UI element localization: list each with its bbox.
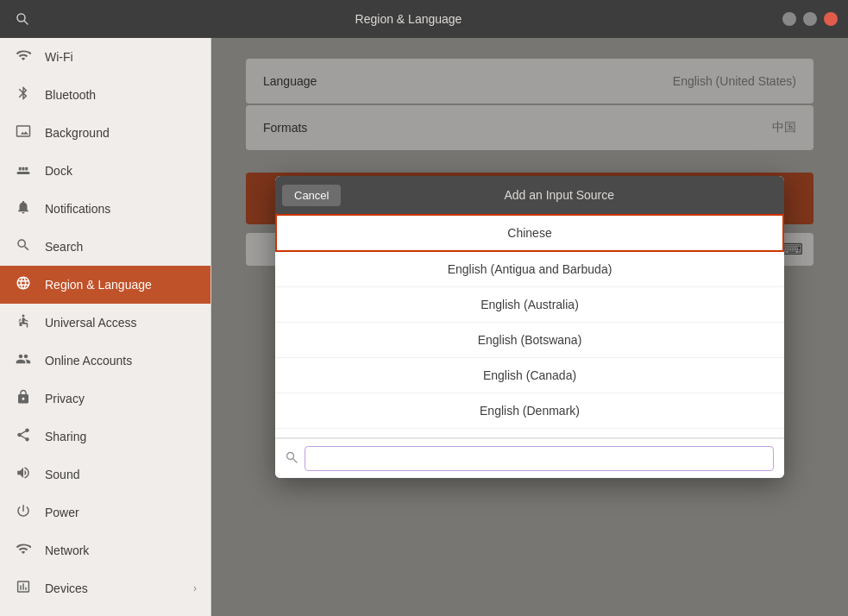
sidebar-item-online-accounts[interactable]: Online Accounts: [0, 342, 210, 380]
privacy-icon: [14, 389, 33, 409]
modal-list-item-chinese[interactable]: Chinese: [275, 214, 784, 252]
sidebar-item-wifi[interactable]: Wi-Fi: [0, 38, 210, 76]
titlebar: Region & Language: [0, 0, 848, 38]
region-language-icon: [14, 275, 33, 295]
sidebar-item-privacy[interactable]: Privacy: [0, 380, 210, 418]
modal-search-icon: [286, 451, 298, 466]
sidebar: Wi-FiBluetoothBackgroundDockNotification…: [0, 38, 211, 616]
modal-list-item-english-antigua[interactable]: English (Antigua and Barbuda): [275, 252, 784, 287]
notifications-icon: [14, 199, 33, 219]
sidebar-item-dock[interactable]: Dock: [0, 152, 210, 190]
power-icon: [14, 503, 33, 523]
window-controls: [782, 12, 838, 26]
sidebar-item-universal-access[interactable]: Universal Access: [0, 304, 210, 342]
sidebar-label-dock: Dock: [45, 164, 197, 178]
sidebar-item-background[interactable]: Background: [0, 114, 210, 152]
modal-list-item-english-denmark[interactable]: English (Denmark): [275, 393, 784, 429]
svg-rect-3: [19, 167, 22, 170]
sidebar-label-background: Background: [45, 126, 197, 140]
svg-line-8: [293, 459, 298, 463]
dock-icon: [14, 161, 33, 181]
devices-icon: [14, 579, 33, 599]
window-title: Region & Language: [35, 12, 782, 26]
modal-title: Add an Input Source: [341, 188, 777, 202]
sidebar-item-power[interactable]: Power: [0, 493, 210, 531]
wifi-icon: [14, 47, 33, 67]
modal-cancel-button[interactable]: Cancel: [282, 185, 341, 206]
modal-list-item-english-canada[interactable]: English (Canada): [275, 358, 784, 393]
close-button[interactable]: [824, 12, 838, 26]
modal-list[interactable]: ChineseEnglish (Antigua and Barbuda)Engl…: [275, 214, 784, 438]
sidebar-label-wifi: Wi-Fi: [45, 50, 197, 64]
sound-icon: [14, 465, 33, 485]
sidebar-label-notifications: Notifications: [45, 202, 197, 216]
svg-rect-5: [25, 167, 28, 170]
online-accounts-icon: [14, 351, 33, 371]
main-content: Language English (United States) Formats…: [211, 38, 848, 616]
sidebar-label-sharing: Sharing: [45, 430, 197, 443]
sidebar-item-search[interactable]: Search: [0, 228, 210, 266]
svg-line-1: [24, 21, 28, 24]
sidebar-label-region-language: Region & Language: [45, 278, 197, 292]
universal-access-icon: [14, 313, 33, 333]
sidebar-label-privacy: Privacy: [45, 392, 197, 405]
modal-list-item-english-australia[interactable]: English (Australia): [275, 287, 784, 323]
modal-header: Cancel Add an Input Source: [275, 176, 784, 214]
minimize-button[interactable]: [782, 12, 796, 26]
sidebar-label-online-accounts: Online Accounts: [45, 354, 197, 368]
modal-list-item-english-hong-kong[interactable]: English (Hong Kong): [275, 429, 784, 438]
sidebar-label-network: Network: [45, 544, 197, 557]
svg-point-6: [22, 314, 25, 317]
sidebar-item-network[interactable]: Network: [0, 531, 210, 569]
modal-search-bar: [275, 438, 784, 478]
sharing-icon: [14, 427, 33, 447]
sidebar-label-bluetooth: Bluetooth: [45, 88, 197, 102]
sidebar-item-notifications[interactable]: Notifications: [0, 190, 210, 228]
sidebar-item-sharing[interactable]: Sharing: [0, 418, 210, 456]
maximize-button[interactable]: [803, 12, 817, 26]
modal-search-input[interactable]: [305, 446, 774, 471]
sidebar-label-devices: Devices: [45, 581, 181, 595]
sidebar-item-sound[interactable]: Sound: [0, 456, 210, 493]
sidebar-item-details[interactable]: Details›: [0, 607, 210, 616]
svg-rect-4: [22, 167, 25, 170]
search-icon: [14, 237, 33, 257]
sidebar-label-search: Search: [45, 240, 197, 254]
devices-arrow-icon: ›: [193, 582, 197, 594]
sidebar-item-bluetooth[interactable]: Bluetooth: [0, 76, 210, 114]
modal-overlay: Cancel Add an Input Source ChineseEnglis…: [211, 38, 848, 616]
search-icon[interactable]: [10, 7, 35, 31]
sidebar-label-sound: Sound: [45, 468, 197, 481]
sidebar-label-universal-access: Universal Access: [45, 316, 197, 330]
svg-rect-2: [17, 172, 30, 174]
network-icon: [14, 541, 33, 561]
modal-list-item-english-botswana[interactable]: English (Botswana): [275, 323, 784, 358]
app-body: Wi-FiBluetoothBackgroundDockNotification…: [0, 38, 848, 616]
background-icon: [14, 123, 33, 143]
sidebar-label-power: Power: [45, 506, 197, 519]
modal-dialog: Cancel Add an Input Source ChineseEnglis…: [275, 176, 784, 478]
sidebar-item-devices[interactable]: Devices›: [0, 569, 210, 607]
bluetooth-icon: [14, 85, 33, 105]
sidebar-item-region-language[interactable]: Region & Language: [0, 266, 210, 304]
